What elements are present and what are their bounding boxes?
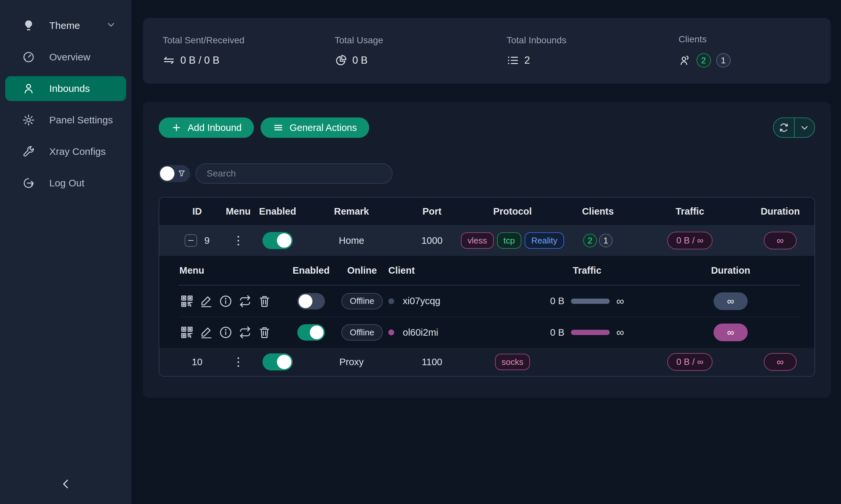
sub-col-menu: Menu [178,265,204,276]
sidebar-item-label: Inbounds [49,83,90,94]
traffic-cap: ∞ [616,295,624,307]
col-traffic: Traffic [675,206,704,217]
add-inbound-label: Add Inbound [188,122,241,133]
sub-col-online: Online [347,265,377,276]
traffic-progress-bar [571,299,610,304]
chevron-down-icon [106,19,116,32]
client-name: ol60i2mi [403,327,438,338]
traffic-used: 0 B [550,295,564,306]
row-menu-button[interactable] [236,355,241,369]
add-inbound-button[interactable]: Add Inbound [159,118,254,138]
col-port: Port [423,206,442,217]
client-enabled-toggle[interactable] [297,293,325,309]
sub-col-enabled: Enabled [293,265,330,276]
online-status-dot [388,298,394,304]
app-root: Theme Overview Inbounds Panel Settings [0,0,841,504]
toolbar: Add Inbound General Actions [159,118,815,138]
inbound-remark: Home [339,235,364,246]
reset-traffic-button[interactable] [238,294,253,309]
filter-toggle[interactable] [159,165,190,182]
search-input[interactable] [195,163,393,184]
table-row-inbound-proxy: 10 Proxy 1100 socks 0 B / ∞ ∞ [159,348,814,376]
sidebar-item-label: Log Out [49,178,84,189]
gear-icon [22,113,35,127]
plus-icon [171,122,182,133]
traffic-cap: ∞ [616,326,624,339]
stat-label: Clients [679,34,831,44]
protocol-badge-vless: vless [461,232,494,249]
inbound-port: 1000 [422,235,443,246]
stat-label: Total Inbounds [507,35,659,46]
sidebar-item-label: Panel Settings [49,114,113,126]
chevron-left-icon [59,477,73,491]
sidebar-item-overview[interactable]: Overview [5,44,126,70]
client-row: Offline ol60i2mi 0 B ∞ ∞ [178,317,800,348]
edit-client-button[interactable] [199,325,214,340]
inbound-id: 9 [204,235,210,246]
refresh-icon [778,122,789,133]
main-content: Total Sent/Received 0 B / 0 B Total Usag… [132,0,841,504]
pie-chart-icon [335,54,347,67]
delete-client-button[interactable] [257,325,272,340]
qr-code-button[interactable] [179,294,194,309]
row-menu-button[interactable] [236,234,241,247]
sidebar-item-label: Xray Configs [49,146,106,157]
protocol-badge-socks: socks [495,354,530,370]
stat-value: 0 B / 0 B [181,54,220,66]
clients-inactive-badge: 1 [599,234,613,247]
general-actions-label: General Actions [289,122,357,133]
traffic-badge: 0 B / ∞ [667,232,713,249]
sidebar-item-logout[interactable]: Log Out [5,170,126,196]
stat-value: 2 [524,54,530,66]
sub-col-duration: Duration [711,265,750,276]
sub-col-client: Client [388,265,415,276]
sidebar-item-xray-configs[interactable]: Xray Configs [5,139,126,164]
stat-sent-received: Total Sent/Received 0 B / 0 B [143,35,315,67]
inbound-id: 10 [192,357,202,367]
col-enabled: Enabled [259,206,296,217]
table-header: ID Menu Enabled Remark Port Protocol Cli… [159,198,814,225]
client-row: Offline xi07ycqg 0 B ∞ ∞ [178,286,800,317]
inbound-enabled-toggle[interactable] [262,354,293,371]
stat-clients: Clients 2 1 [659,34,831,68]
refresh-button[interactable] [774,118,794,137]
refresh-options-button[interactable] [794,118,814,137]
protocol-badge-reality: Reality [525,232,564,249]
stat-total-inbounds: Total Inbounds 2 [487,35,659,67]
stats-card: Total Sent/Received 0 B / 0 B Total Usag… [143,18,831,84]
sidebar-item-inbounds[interactable]: Inbounds [5,76,126,101]
stat-label: Total Usage [335,35,487,46]
client-name: xi07ycqg [403,295,440,306]
stat-total-usage: Total Usage 0 B [315,35,487,67]
collapse-row-button[interactable] [185,234,197,247]
reset-traffic-button[interactable] [238,325,253,340]
funnel-icon [177,169,186,178]
traffic-used: 0 B [550,327,564,338]
client-enabled-toggle[interactable] [297,324,325,341]
inbound-port: 1100 [422,357,442,367]
clients-active-badge: 2 [583,234,597,247]
col-menu: Menu [226,206,251,217]
edit-client-button[interactable] [199,294,214,309]
inbound-enabled-toggle[interactable] [262,232,293,249]
general-actions-button[interactable]: General Actions [260,118,369,138]
theme-selector[interactable]: Theme [5,13,126,38]
col-clients: Clients [582,206,614,217]
theme-label: Theme [49,20,80,31]
subtable-header: Menu Enabled Online Client Traffic Durat… [178,256,800,286]
qr-code-button[interactable] [179,325,194,340]
client-info-button[interactable] [218,325,233,340]
client-info-button[interactable] [218,294,233,309]
col-protocol: Protocol [493,206,532,217]
sidebar-collapse-button[interactable] [54,472,77,496]
sidebar-item-panel-settings[interactable]: Panel Settings [5,108,126,132]
client-subtable: Menu Enabled Online Client Traffic Durat… [159,256,814,348]
sidebar-item-label: Overview [49,52,90,63]
client-status-badge: Offline [341,293,383,309]
delete-client-button[interactable] [257,294,272,309]
protocol-badge-tcp: tcp [497,232,522,249]
inbounds-table: ID Menu Enabled Remark Port Protocol Cli… [159,197,815,377]
duration-badge: ∞ [764,232,797,249]
col-id: ID [192,206,202,217]
inbound-remark: Proxy [339,357,364,367]
